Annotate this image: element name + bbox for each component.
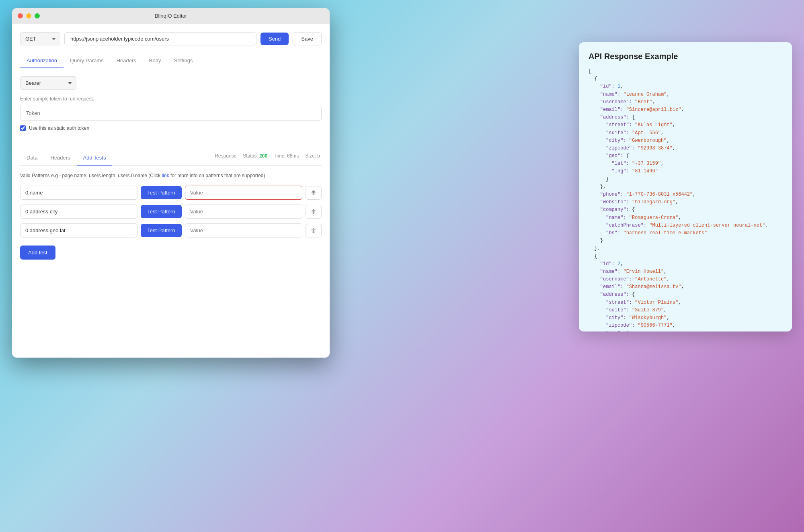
tab-query-params[interactable]: Query Params [64, 53, 110, 68]
method-select[interactable]: GET POST PUT PATCH DELETE [20, 32, 60, 45]
main-window: BlinqIO Editor GET POST PUT PATCH DELETE… [12, 8, 330, 358]
test-row-2: Test Pattern 🗑 [20, 205, 322, 219]
auth-section: Bearer Basic API Key None Enter sample t… [20, 76, 322, 131]
api-panel-title: API Response Example [589, 52, 782, 61]
section-divider [20, 141, 322, 141]
tab-body[interactable]: Body [143, 53, 168, 68]
value-input-3[interactable] [185, 223, 302, 237]
send-button[interactable]: Send [260, 33, 289, 45]
status-value: 200 [259, 153, 267, 159]
tab-data[interactable]: Data [20, 151, 44, 166]
tab-settings[interactable]: Settings [167, 53, 199, 68]
api-response-panel: API Response Example [ { "id": 1, "name"… [579, 42, 792, 331]
value-input-1[interactable] [185, 186, 302, 200]
window-body: GET POST PUT PATCH DELETE Send Save Auth… [12, 24, 330, 358]
static-token-label: Use this as static auth token [29, 125, 89, 131]
top-tabs: Authorization Query Params Headers Body … [20, 53, 322, 68]
bottom-tabs: Data Headers Add Tests Response Status: … [20, 151, 322, 166]
test-pattern-button-3[interactable]: Test Pattern [141, 224, 181, 237]
traffic-lights [18, 13, 40, 18]
save-button[interactable]: Save [293, 32, 322, 45]
static-token-checkbox[interactable] [20, 125, 26, 131]
pattern-link[interactable]: link [162, 173, 169, 178]
test-row-1: Test Pattern 🗑 [20, 186, 322, 200]
close-button[interactable] [18, 13, 23, 18]
delete-button-2[interactable]: 🗑 [306, 205, 322, 219]
auth-helper-text: Enter sample token to run request. [20, 96, 322, 102]
test-pattern-button-1[interactable]: Test Pattern [141, 186, 181, 199]
static-token-row: Use this as static auth token [20, 125, 322, 131]
time-info: Time: 68ms [274, 153, 299, 159]
delete-button-3[interactable]: 🗑 [306, 224, 322, 237]
pattern-input-3[interactable] [20, 223, 137, 237]
trash-icon-3: 🗑 [311, 227, 316, 234]
size-info: Size: b [305, 153, 320, 159]
trash-icon-1: 🗑 [311, 190, 316, 196]
auth-type-select[interactable]: Bearer Basic API Key None [20, 76, 76, 90]
trash-icon-2: 🗑 [311, 209, 316, 215]
token-input[interactable] [20, 106, 322, 121]
api-response-content: [ { "id": 1, "name": "Leanne Graham", "u… [589, 68, 782, 331]
tab-headers-bottom[interactable]: Headers [44, 151, 76, 166]
tab-add-tests[interactable]: Add Tests [77, 151, 113, 166]
url-input[interactable] [64, 32, 256, 45]
response-label: Response [215, 153, 236, 159]
test-pattern-button-2[interactable]: Test Pattern [141, 205, 181, 218]
value-input-2[interactable] [185, 205, 302, 219]
titlebar: BlinqIO Editor [12, 8, 330, 24]
add-tests-section: Valid Patterns e.g - page.name, users.le… [20, 172, 322, 260]
tab-headers[interactable]: Headers [110, 53, 143, 68]
add-test-button[interactable]: Add test [20, 246, 55, 260]
status-badge: Status: 200 [243, 153, 267, 159]
delete-button-1[interactable]: 🗑 [306, 186, 322, 200]
url-bar: GET POST PUT PATCH DELETE Send Save [20, 32, 322, 45]
pattern-input-1[interactable] [20, 186, 137, 200]
test-row-3: Test Pattern 🗑 [20, 223, 322, 237]
response-info: Response Status: 200 Time: 68ms Size: b [215, 153, 322, 163]
pattern-input-2[interactable] [20, 205, 137, 219]
maximize-button[interactable] [35, 13, 40, 18]
window-title: BlinqIO Editor [155, 13, 187, 19]
pattern-hint: Valid Patterns e.g - page.name, users.le… [20, 172, 322, 179]
minimize-button[interactable] [26, 13, 31, 18]
tab-authorization[interactable]: Authorization [20, 53, 64, 68]
status-label: Status: [243, 153, 258, 159]
